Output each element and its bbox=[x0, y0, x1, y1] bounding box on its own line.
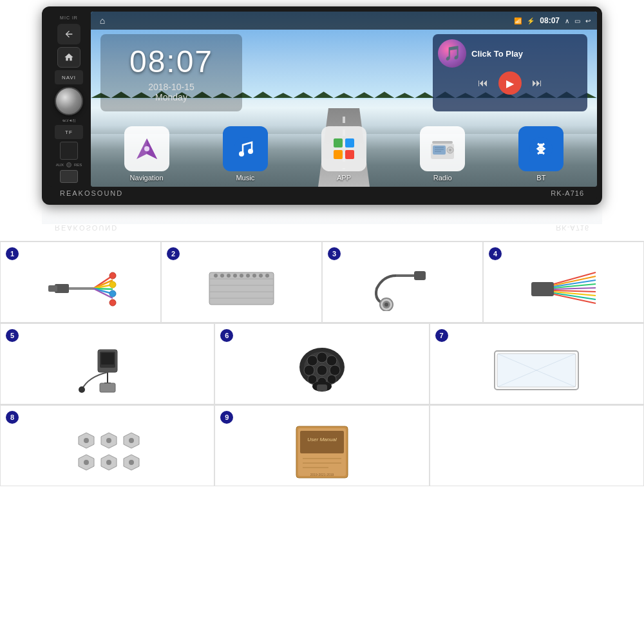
left-controls-panel: MIC IR NAVI ᴓ/ᴊ/◄/|| TF AUX R bbox=[47, 12, 91, 187]
tf-slot bbox=[60, 142, 78, 160]
svg-point-73 bbox=[304, 365, 314, 375]
usb-port[interactable] bbox=[60, 170, 78, 183]
navigation-icon bbox=[124, 126, 169, 171]
radio-icon bbox=[420, 126, 465, 171]
navi-button[interactable]: NAVI bbox=[55, 70, 83, 84]
topbar-time: 08:07 bbox=[540, 16, 560, 25]
svg-point-41 bbox=[233, 274, 237, 278]
acc-item-1: 1 bbox=[0, 242, 161, 323]
svg-rect-66 bbox=[100, 383, 115, 392]
play-button[interactable]: ▶ bbox=[498, 71, 522, 95]
aux-port[interactable] bbox=[66, 162, 71, 167]
app-bt[interactable]: BT bbox=[518, 126, 564, 182]
prev-button[interactable]: ⏮ bbox=[474, 74, 492, 92]
signal-icon: ∧ bbox=[565, 17, 569, 24]
acc-image-9: User Manual 2019-2021-2019 bbox=[223, 426, 421, 478]
svg-rect-32 bbox=[48, 285, 57, 292]
unit-reflection bbox=[42, 205, 602, 224]
svg-rect-80 bbox=[317, 384, 327, 391]
back-arrow-icon: ↩ bbox=[585, 17, 591, 24]
svg-point-72 bbox=[327, 355, 337, 366]
main-screen[interactable]: ⌂ 📶 ⚡ 08:07 ∧ ▭ ↩ bbox=[91, 12, 597, 187]
svg-point-92 bbox=[84, 460, 89, 465]
music-top: 🎵 Click To Play bbox=[438, 39, 582, 68]
svg-point-5 bbox=[248, 149, 253, 154]
car-head-unit: MIC IR NAVI ᴓ/ᴊ/◄/|| TF AUX R bbox=[42, 6, 602, 205]
screen-background: 08:07 2018-10-15 Monday 🎵 Click To Play bbox=[91, 12, 597, 187]
acc-image-6 bbox=[223, 345, 421, 396]
svg-point-67 bbox=[79, 386, 85, 393]
app-navigation[interactable]: Navigation bbox=[124, 126, 169, 182]
apps-row: Navigation bbox=[97, 126, 591, 182]
svg-point-88 bbox=[106, 438, 111, 443]
svg-point-13 bbox=[449, 149, 451, 151]
acc-item-4: 4 bbox=[483, 242, 644, 323]
svg-rect-50 bbox=[414, 271, 426, 280]
res-label: RES bbox=[74, 163, 82, 167]
acc-num-5: 5 bbox=[6, 329, 19, 342]
accessories-row-2: 5 6 bbox=[0, 323, 644, 404]
svg-point-70 bbox=[307, 355, 317, 366]
brand-name: REAKOSOUND bbox=[60, 189, 123, 197]
main-container: MIC IR NAVI ᴓ/ᴊ/◄/|| TF AUX R bbox=[0, 0, 644, 486]
svg-point-94 bbox=[106, 460, 111, 465]
svg-point-78 bbox=[327, 375, 336, 384]
acc-num-4: 4 bbox=[489, 247, 502, 260]
clock-time: 08:07 bbox=[129, 44, 213, 79]
home-button[interactable] bbox=[57, 47, 80, 68]
wifi-icon: 📶 bbox=[514, 17, 522, 24]
tf-button[interactable]: TF bbox=[55, 125, 83, 139]
acc-image-1 bbox=[8, 263, 153, 314]
clock-date: 2018-10-15 bbox=[148, 82, 194, 92]
clock-day: Monday bbox=[155, 92, 187, 102]
aux-res-row: AUX RES bbox=[56, 162, 82, 167]
svg-point-27 bbox=[109, 272, 116, 279]
volume-knob[interactable] bbox=[55, 87, 83, 115]
app-music[interactable]: Music bbox=[223, 126, 268, 182]
svg-rect-51 bbox=[531, 282, 554, 296]
bt-icon bbox=[518, 126, 564, 171]
svg-point-3 bbox=[234, 137, 257, 160]
car-bottom-bar: REAKOSOUND RK-A716 bbox=[47, 187, 597, 200]
topbar-home-icon[interactable]: ⌂ bbox=[97, 15, 108, 26]
svg-rect-7 bbox=[345, 138, 354, 147]
svg-point-40 bbox=[227, 274, 231, 278]
topbar-right: 📶 ⚡ 08:07 ∧ ▭ ↩ bbox=[514, 16, 591, 25]
app-radio[interactable]: Radio bbox=[420, 126, 465, 182]
acc-item-3: 3 bbox=[322, 242, 483, 323]
acc-num-9: 9 bbox=[220, 411, 233, 424]
acc-image-3 bbox=[330, 263, 475, 314]
svg-point-49 bbox=[384, 303, 388, 307]
radio-label: Radio bbox=[433, 174, 452, 182]
navigation-label: Navigation bbox=[130, 174, 164, 182]
acc-image-4 bbox=[491, 263, 636, 314]
accessories-row-3: 8 bbox=[0, 404, 644, 486]
window-icon: ▭ bbox=[574, 17, 580, 24]
svg-point-71 bbox=[317, 352, 327, 363]
svg-point-30 bbox=[109, 299, 116, 306]
acc-item-9: 9 User Manual 2019-2021-2019 bbox=[214, 405, 429, 486]
clock-widget: 08:07 2018-10-15 Monday bbox=[100, 34, 242, 111]
svg-point-39 bbox=[220, 274, 224, 278]
app-app[interactable]: APP bbox=[321, 126, 366, 182]
svg-point-46 bbox=[265, 274, 269, 278]
svg-point-2 bbox=[144, 146, 149, 151]
svg-point-75 bbox=[330, 365, 340, 375]
app-app-icon bbox=[321, 126, 366, 171]
acc-num-7: 7 bbox=[435, 329, 448, 342]
app-label: APP bbox=[337, 174, 351, 182]
product-section: MIC IR NAVI ᴓ/ᴊ/◄/|| TF AUX R bbox=[0, 0, 644, 238]
acc-item-7: 7 bbox=[430, 323, 644, 404]
svg-rect-8 bbox=[334, 150, 343, 159]
next-button[interactable]: ⏭ bbox=[528, 74, 546, 92]
svg-text:User Manual: User Manual bbox=[307, 437, 337, 442]
click-to-play-text[interactable]: Click To Play bbox=[471, 49, 523, 59]
back-button[interactable] bbox=[57, 24, 80, 44]
acc-item-6: 6 bbox=[214, 323, 429, 404]
svg-rect-6 bbox=[334, 138, 343, 147]
svg-point-86 bbox=[84, 438, 89, 443]
music-widget[interactable]: 🎵 Click To Play ⏮ ▶ ⏭ bbox=[433, 34, 587, 111]
svg-point-90 bbox=[129, 438, 134, 443]
model-reflection: RK-A716 bbox=[556, 224, 589, 232]
android-topbar: ⌂ 📶 ⚡ 08:07 ∧ ▭ ↩ bbox=[91, 12, 597, 30]
